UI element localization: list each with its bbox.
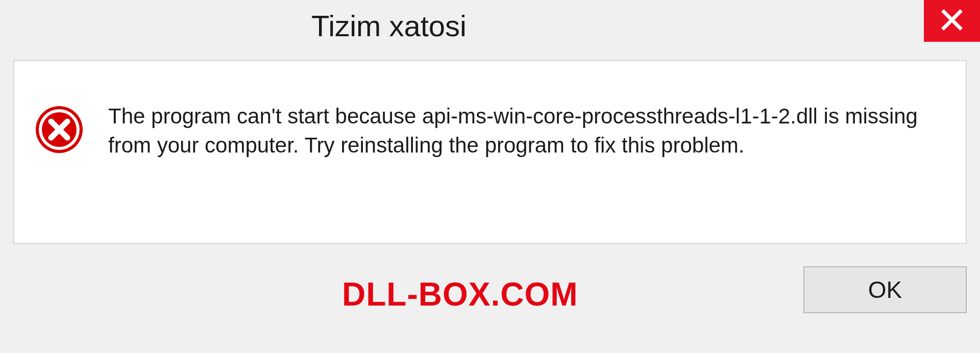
error-message: The program can't start because api-ms-w… (108, 102, 940, 160)
dialog-title: Tizim xatosi (311, 9, 467, 43)
ok-button-label: OK (868, 276, 902, 304)
close-icon (941, 9, 963, 33)
titlebar: Tizim xatosi (0, 0, 980, 51)
error-dialog: Tizim xatosi The program can't start bec… (0, 0, 980, 353)
close-button[interactable] (924, 0, 980, 42)
watermark-text: DLL-BOX.COM (342, 275, 578, 313)
footer: DLL-BOX.COM OK (0, 244, 980, 336)
content-area: The program can't start because api-ms-w… (13, 60, 967, 244)
error-icon (35, 105, 84, 154)
ok-button[interactable]: OK (803, 266, 967, 313)
